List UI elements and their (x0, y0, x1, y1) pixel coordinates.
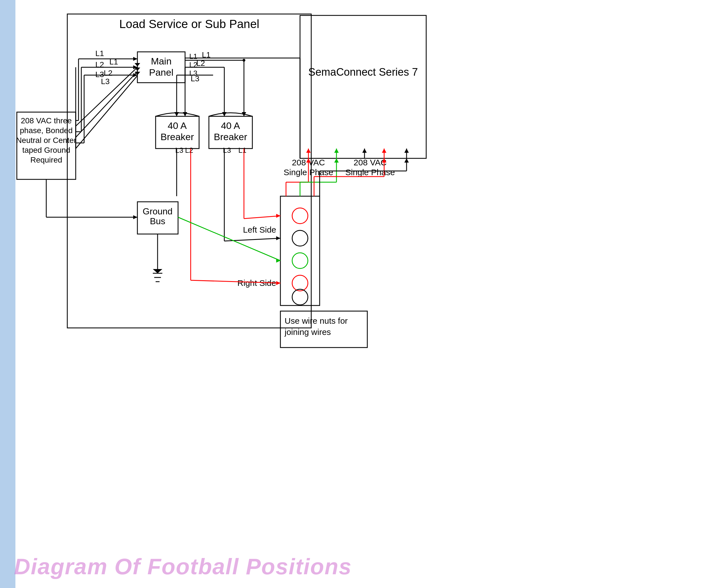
svg-text:L2: L2 (95, 60, 104, 69)
svg-marker-77 (276, 214, 280, 218)
svg-marker-117 (133, 57, 137, 61)
svg-text:Breaker: Breaker (160, 131, 194, 142)
svg-text:Bus: Bus (150, 216, 165, 226)
svg-point-24 (292, 208, 308, 224)
svg-marker-58 (183, 112, 187, 116)
semaconnect-label: SemaConnect Series 7 (308, 66, 418, 78)
svg-text:Ground: Ground (143, 206, 173, 216)
watermark: Diagram Of Football Positions (14, 554, 352, 580)
svg-text:L1: L1 (189, 52, 198, 61)
svg-line-41 (76, 76, 137, 149)
svg-text:Use wire nuts for: Use wire nuts for (285, 316, 348, 326)
svg-marker-95 (334, 159, 339, 163)
svg-line-76 (244, 216, 280, 218)
svg-text:L2: L2 (196, 59, 205, 67)
svg-marker-103 (404, 159, 409, 163)
svg-marker-111 (382, 149, 386, 153)
svg-point-27 (292, 275, 308, 291)
svg-text:208 VAC three: 208 VAC three (21, 116, 72, 125)
svg-text:L1: L1 (95, 49, 104, 58)
svg-text:L1: L1 (238, 146, 246, 154)
wiring-diagram-svg: Load Service or Sub Panel SemaConnect Se… (0, 0, 715, 588)
svg-marker-105 (306, 149, 311, 153)
svg-marker-61 (175, 112, 179, 116)
svg-marker-71 (276, 281, 280, 285)
diagram-container: Load Service or Sub Panel SemaConnect Se… (0, 0, 715, 588)
svg-point-28 (292, 289, 308, 305)
svg-marker-107 (334, 149, 339, 153)
svg-text:joining wires: joining wires (284, 327, 331, 337)
svg-text:208 VAC: 208 VAC (353, 158, 387, 167)
svg-point-25 (292, 230, 308, 246)
svg-marker-113 (404, 149, 409, 153)
svg-text:Main: Main (151, 56, 171, 66)
svg-text:Neutral or Center: Neutral or Center (16, 136, 77, 145)
svg-text:L3: L3 (189, 69, 198, 77)
svg-text:Single Phase: Single Phase (345, 168, 395, 177)
svg-text:40 A: 40 A (168, 120, 187, 131)
svg-rect-1 (300, 16, 426, 159)
svg-text:Breaker: Breaker (214, 131, 247, 142)
svg-text:L2: L2 (185, 146, 193, 154)
svg-text:L3: L3 (95, 70, 104, 79)
svg-text:Left Side: Left Side (243, 225, 276, 234)
svg-marker-63 (222, 112, 227, 116)
svg-marker-81 (153, 269, 162, 273)
svg-text:L2: L2 (104, 69, 113, 77)
panel-title: Load Service or Sub Panel (119, 17, 259, 30)
svg-text:Panel: Panel (149, 67, 173, 78)
svg-marker-74 (276, 236, 280, 240)
svg-marker-109 (362, 149, 367, 153)
svg-marker-37 (135, 63, 140, 66)
svg-marker-79 (276, 259, 280, 262)
svg-text:phase, Bonded: phase, Bonded (20, 126, 73, 135)
svg-marker-87 (133, 215, 137, 219)
svg-point-26 (292, 253, 308, 269)
svg-text:L2: L2 (189, 61, 198, 69)
svg-text:taped Ground: taped Ground (22, 146, 70, 154)
svg-text:Required: Required (30, 155, 62, 164)
svg-text:40 A: 40 A (221, 120, 240, 131)
